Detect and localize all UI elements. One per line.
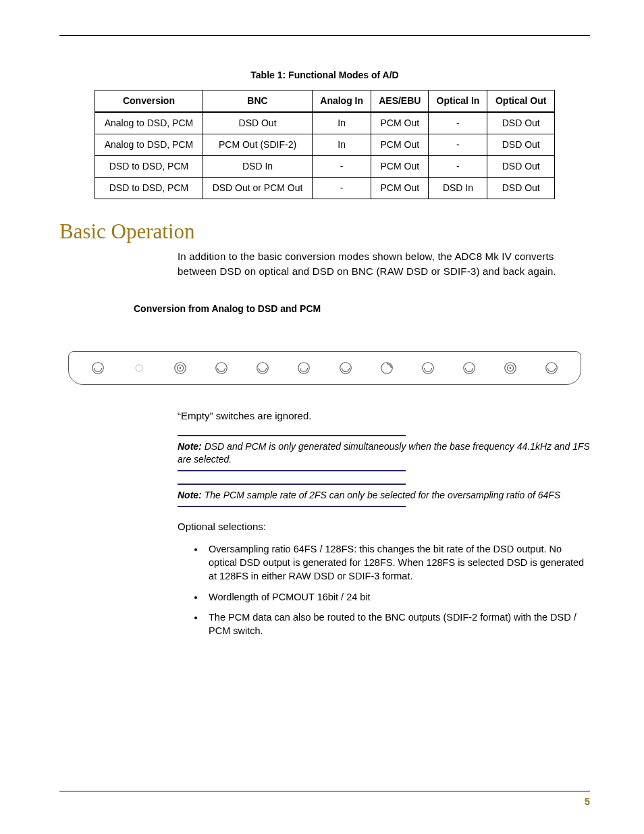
body-block: “Empty” switches are ignored. Note: DSD … (178, 409, 590, 638)
note-text: Note: DSD and PCM is only generated simu… (178, 440, 590, 466)
list-item: The PCM data can also be routed to the B… (205, 610, 590, 638)
empty-switches-text: “Empty” switches are ignored. (178, 409, 590, 423)
note-rule (178, 435, 406, 436)
col-header: BNC (203, 90, 312, 113)
page-number: 5 (59, 796, 590, 807)
table-row: DSD to DSD, PCM DSD Out or PCM Out - PCM… (95, 178, 555, 199)
target-icon (503, 361, 518, 375)
page: Table 1: Functional Modes of A/D Convers… (0, 0, 644, 834)
list-item: Wordlength of PCMOUT 16bit / 24 bit (205, 590, 590, 604)
cell: PCM Out (371, 112, 429, 134)
caption-title: Functional Modes of A/D (288, 70, 399, 80)
list-item: Oversampling ratio 64FS / 128FS: this ch… (205, 542, 590, 583)
note-block: Note: DSD and PCM is only generated simu… (178, 435, 590, 471)
cell: In (313, 134, 371, 156)
col-header: Analog In (313, 90, 371, 113)
cell: DSD Out (487, 156, 555, 178)
bnc-icon (90, 361, 105, 375)
panel-diagram (59, 351, 590, 385)
note-rule (178, 484, 406, 485)
cell: DSD to DSD, PCM (95, 178, 203, 199)
table-caption: Table 1: Functional Modes of A/D (59, 70, 590, 80)
cell: PCM Out (SDIF-2) (203, 134, 312, 156)
cell: - (313, 156, 371, 178)
empty-icon (132, 361, 146, 375)
note-rule (178, 470, 406, 471)
cell: DSD Out (203, 112, 312, 134)
note-label: Note: (178, 441, 202, 452)
table-row: Analog to DSD, PCM DSD Out In PCM Out - … (95, 112, 555, 134)
col-header: Conversion (95, 90, 203, 113)
bnc-icon (214, 361, 229, 375)
bnc-icon (338, 361, 353, 375)
cell: DSD In (429, 178, 487, 199)
svg-point-1 (136, 364, 142, 371)
cell: - (429, 134, 487, 156)
svg-point-14 (510, 367, 512, 369)
cell: DSD Out (487, 178, 555, 199)
bnc-icon (421, 361, 435, 375)
cell: DSD Out or PCM Out (203, 178, 312, 199)
bnc-icon (544, 361, 559, 375)
col-header: AES/EBU (371, 90, 429, 113)
cell: PCM Out (371, 178, 429, 199)
intro-block: In addition to the basic conversion mode… (178, 249, 590, 279)
functional-modes-table: Conversion BNC Analog In AES/EBU Optical… (95, 90, 555, 199)
svg-point-4 (180, 367, 182, 369)
bnc-icon (255, 361, 270, 375)
arc-icon (379, 361, 394, 375)
cell: PCM Out (371, 134, 429, 156)
cell: - (429, 156, 487, 178)
note-body: DSD and PCM is only generated simultaneo… (178, 441, 590, 465)
header-rule (59, 35, 590, 36)
intro-paragraph: In addition to the basic conversion mode… (178, 249, 590, 279)
cell: In (313, 112, 371, 134)
cell: DSD Out (487, 112, 555, 134)
options-list: Oversampling ratio 64FS / 128FS: this ch… (178, 542, 590, 638)
note-block: Note: The PCM sample rate of 2FS can onl… (178, 484, 590, 507)
bnc-icon (296, 361, 311, 375)
cell: DSD In (203, 156, 312, 178)
note-rule (178, 506, 406, 507)
sub-heading: Conversion from Analog to DSD and PCM (134, 299, 590, 314)
table-header-row: Conversion BNC Analog In AES/EBU Optical… (95, 90, 555, 113)
target-icon (173, 361, 188, 375)
cell: DSD Out (487, 134, 555, 156)
caption-label: Table 1: (250, 70, 286, 80)
cell: - (313, 178, 371, 199)
cell: Analog to DSD, PCM (95, 134, 203, 156)
note-body: The PCM sample rate of 2FS can only be s… (205, 490, 561, 500)
table-row: DSD to DSD, PCM DSD In - PCM Out - DSD O… (95, 156, 555, 178)
page-footer: 5 (59, 791, 590, 807)
col-header: Optical Out (487, 90, 555, 113)
note-label: Note: (178, 490, 202, 500)
section-heading: Basic Operation (59, 219, 590, 244)
note-text: Note: The PCM sample rate of 2FS can onl… (178, 489, 590, 502)
bnc-icon (462, 361, 477, 375)
cell: - (429, 112, 487, 134)
optional-selections-heading: Optional selections: (178, 519, 590, 534)
col-header: Optical In (429, 90, 487, 113)
cell: DSD to DSD, PCM (95, 156, 203, 178)
table-row: Analog to DSD, PCM PCM Out (SDIF-2) In P… (95, 134, 555, 156)
cell: Analog to DSD, PCM (95, 112, 203, 134)
switch-panel (68, 351, 581, 385)
cell: PCM Out (371, 156, 429, 178)
footer-rule (59, 791, 590, 791)
